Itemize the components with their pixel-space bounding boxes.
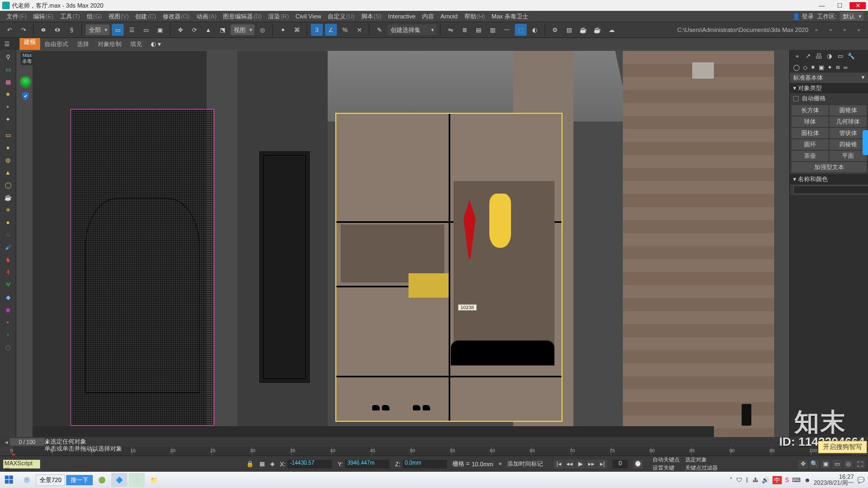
pivot-button[interactable]: ◎ xyxy=(257,24,269,36)
unlink-button[interactable] xyxy=(52,24,63,36)
prim-cone[interactable]: 圆锥体 xyxy=(829,105,866,115)
nav-fov-button[interactable]: ▭ xyxy=(832,460,842,468)
render-iterative-button[interactable]: ☕ xyxy=(591,24,603,36)
quick-access-1[interactable]: ▫ xyxy=(810,24,822,36)
scale-button[interactable]: ▲ xyxy=(202,24,214,36)
teapot-icon[interactable]: ☕ xyxy=(3,192,13,202)
isolate-toggle-icon[interactable]: ▦ xyxy=(259,460,265,467)
quick-access-2[interactable]: ▫ xyxy=(825,24,837,36)
panel-tab-create[interactable]: ＋ xyxy=(793,52,801,60)
panel-tab-modify[interactable]: ↗ xyxy=(804,52,812,60)
select-name-button[interactable]: ☰ xyxy=(126,24,138,36)
tray-vol-icon[interactable]: 🔊 xyxy=(762,477,769,484)
layer-explorer-button[interactable]: ▤ xyxy=(473,24,484,36)
torus-icon[interactable]: ◯ xyxy=(3,180,13,190)
lock-selection-icon[interactable]: 🔒 xyxy=(246,460,254,467)
setkey-toggle[interactable]: 设置关键 xyxy=(653,464,680,472)
menu-customize[interactable]: 自定义(U) xyxy=(324,11,358,22)
menu-modifiers[interactable]: 修改器(O) xyxy=(159,11,193,22)
angle-snap-toggle[interactable]: ∠ xyxy=(325,24,337,36)
viewport-scene[interactable]: 10238 xyxy=(33,51,789,437)
sun-light-icon[interactable]: ☀ xyxy=(3,205,13,215)
tray-shield-icon[interactable]: 🛡 xyxy=(736,477,742,483)
prev-frame-button[interactable]: ◂◂ xyxy=(565,460,575,468)
render-cloud-button[interactable]: ☁ xyxy=(605,24,617,36)
menu-scripting[interactable]: 脚本(S) xyxy=(358,11,385,22)
material-editor-button[interactable]: ◐ xyxy=(529,24,541,36)
prim-pyramid[interactable]: 四棱锥 xyxy=(829,139,866,150)
autokey-toggle[interactable]: 自动关键点 xyxy=(653,456,680,464)
menu-content[interactable]: 内容 xyxy=(419,11,437,22)
viewport[interactable]: Max 杀毒 [+] [透视] [用户定义] [线框] xyxy=(16,50,789,437)
cat-systems-icon[interactable]: ∞ xyxy=(844,64,848,70)
nav-maximize-button[interactable]: ⛶ xyxy=(855,460,865,468)
selection-lock-icon[interactable]: ◈ xyxy=(270,460,275,467)
snap-toggle-3[interactable]: 3 xyxy=(311,24,323,36)
next-frame-button[interactable]: ▸▸ xyxy=(586,460,596,468)
transform-x[interactable]: -14430.57 xyxy=(288,460,332,468)
misc-1-icon[interactable]: ◆ xyxy=(3,292,13,302)
cat-spacewarps-icon[interactable]: ≋ xyxy=(835,64,840,71)
ribbon-collapse-icon[interactable]: ☰ xyxy=(4,41,10,48)
tray-ime-badge[interactable]: 中 xyxy=(773,476,782,484)
add-time-tag[interactable]: 添加时间标记 xyxy=(507,460,543,468)
window-close[interactable]: ✕ xyxy=(850,2,866,9)
menu-views[interactable]: 视图(V) xyxy=(105,11,132,22)
menu-animation[interactable]: 动画(A) xyxy=(193,11,220,22)
rotate-button[interactable]: ⟳ xyxy=(188,24,200,36)
render-setup-button[interactable]: ⚙ xyxy=(549,24,561,36)
spinner-snap-toggle[interactable]: ⤧ xyxy=(353,24,365,36)
link-button[interactable] xyxy=(37,24,49,36)
ribbon-tab-populate[interactable]: 填充 xyxy=(126,38,146,50)
quick-access-3[interactable]: ▫ xyxy=(839,24,851,36)
tray-face-icon[interactable]: ☻ xyxy=(804,477,810,483)
light-icon[interactable]: ✷ xyxy=(3,89,13,99)
ribbon-tab-freeform[interactable]: 自由形式 xyxy=(40,38,73,50)
viewport-overlay-av-icon[interactable] xyxy=(21,91,30,101)
menu-grapheditors[interactable]: 图形编辑器(D) xyxy=(220,11,265,22)
misc-4-icon[interactable]: ▫ xyxy=(3,330,13,339)
sphere-icon[interactable]: ● xyxy=(3,143,13,152)
prim-geosphere[interactable]: 几何球体 xyxy=(829,117,866,127)
selection-filter[interactable]: 全部▾ xyxy=(86,24,110,35)
percent-snap-toggle[interactable]: % xyxy=(339,24,351,36)
menu-group[interactable]: 组(G) xyxy=(84,11,105,22)
taskbar-search-button[interactable]: 搜一下 xyxy=(66,475,93,485)
time-prev[interactable]: ◂ xyxy=(3,439,10,446)
taskbar-chrome-icon[interactable]: 🟢 xyxy=(94,473,110,487)
maxscript-listener[interactable]: MAXScript 迷 xyxy=(3,460,40,468)
object-name-input[interactable] xyxy=(793,185,868,194)
cat-geometry-icon[interactable]: ◯ xyxy=(793,64,800,71)
align-button[interactable]: ≣ xyxy=(458,24,470,36)
taskbar-search-label[interactable]: 全景720 xyxy=(36,474,65,486)
autogrid-checkbox[interactable] xyxy=(793,96,799,101)
time-slider[interactable]: ◂ 0 / 100 ▸ xyxy=(0,437,868,447)
omni-light-icon[interactable]: ● xyxy=(3,217,13,227)
prim-torus[interactable]: 圆环 xyxy=(792,139,828,150)
window-minimize[interactable]: — xyxy=(814,2,830,9)
select-region-rect[interactable]: ▭ xyxy=(140,24,152,36)
side-flyout-tab[interactable] xyxy=(863,130,868,155)
login-button[interactable]: 👤 登录 xyxy=(793,12,814,21)
panel-tab-utilities[interactable]: 🔧 xyxy=(847,52,855,60)
cylinder-icon[interactable]: ◍ xyxy=(3,155,13,165)
cat-shapes-icon[interactable]: ◇ xyxy=(803,64,807,71)
box-icon[interactable]: ▭ xyxy=(3,130,13,140)
taskbar-app-3dsmax[interactable]: 3 xyxy=(129,473,145,487)
tray-net-icon[interactable]: 🖧 xyxy=(752,477,758,483)
current-frame-spinner[interactable]: 0 xyxy=(612,460,628,468)
particles-icon[interactable]: ∴ xyxy=(3,230,13,240)
snap-settings-icon[interactable]: ⚲ xyxy=(3,52,13,62)
tray-bt-icon[interactable]: ᛒ xyxy=(745,477,749,483)
menu-help[interactable]: 帮助(H) xyxy=(461,11,488,22)
menu-file[interactable]: 文件(F) xyxy=(3,11,30,22)
section-object-type[interactable]: ▾ 对象类型 xyxy=(790,83,868,93)
misc-5-icon[interactable]: ◌ xyxy=(3,342,13,352)
rendered-frame-button[interactable]: ▧ xyxy=(563,24,575,36)
track-bar[interactable]: 0510152025303540455055606570758085909510… xyxy=(12,447,851,455)
section-name-color[interactable]: ▾ 名称和颜色 xyxy=(790,174,868,184)
placement-button[interactable]: ⬔ xyxy=(216,24,228,36)
move-button[interactable]: ✥ xyxy=(174,24,186,36)
toggle-ribbon-button[interactable]: ▥ xyxy=(487,24,499,36)
menu-arnold[interactable]: Arnold xyxy=(437,12,461,21)
